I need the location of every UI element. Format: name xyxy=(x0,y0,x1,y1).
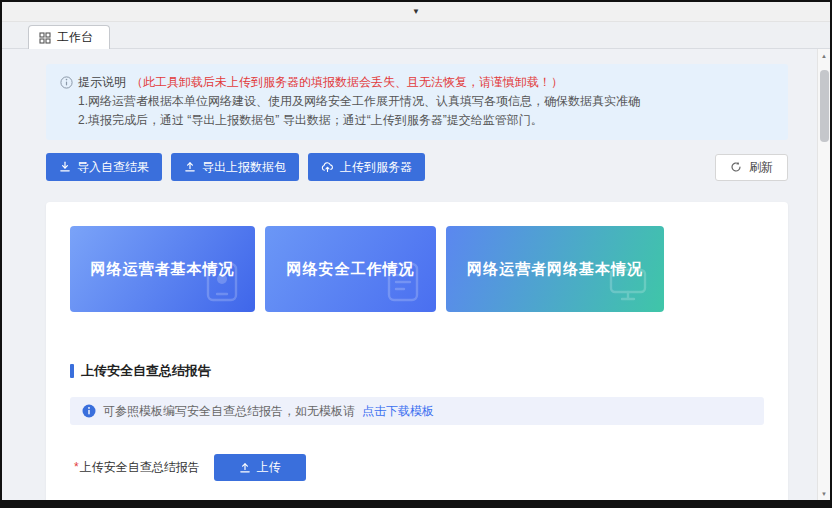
card-label: 网络运营者基本情况 xyxy=(91,260,235,279)
hint-info-icon xyxy=(82,404,96,418)
card-operator-network-info[interactable]: 网络运营者网络基本情况 xyxy=(446,226,664,312)
scroll-up-icon: ▲ xyxy=(821,53,827,59)
main-panel: 网络运营者基本情况 网络安全工作情况 网络运营者网络基本情况 上传 xyxy=(46,202,788,500)
upload-icon xyxy=(239,462,251,474)
dropdown-arrow-icon[interactable]: ▼ xyxy=(412,8,420,16)
notice-warning-text: （此工具卸载后未上传到服务器的填报数据会丢失、且无法恢复，请谨慎卸载！） xyxy=(131,73,563,92)
card-label: 网络运营者网络基本情况 xyxy=(467,260,643,279)
tab-bar: 工作台 xyxy=(2,22,830,49)
notice-box: 提示说明 （此工具卸载后未上传到服务器的填报数据会丢失、且无法恢复，请谨慎卸载！… xyxy=(46,64,788,140)
notice-title-text: 提示说明 xyxy=(78,73,126,92)
upload-field-label-text: 上传安全自查总结报告 xyxy=(80,460,200,474)
export-button-label: 导出上报数据包 xyxy=(202,159,286,176)
scroll-thumb[interactable] xyxy=(820,70,829,142)
refresh-button-label: 刷新 xyxy=(749,159,773,176)
template-hint: 可参照模板编写安全自查总结报告，如无模板请 点击下载模板 xyxy=(70,397,764,425)
app-window: ▼ 工作台 提示说明 （此工具卸载后未上传到服务器的填报数据会丢失、且无法恢复，… xyxy=(0,0,832,508)
required-mark: * xyxy=(74,460,79,474)
scroll-track[interactable] xyxy=(818,62,830,487)
cloud-upload-icon xyxy=(321,161,334,173)
hint-text: 可参照模板编写安全自查总结报告，如无模板请 xyxy=(103,403,355,420)
upload-report-row: *上传安全自查总结报告 上传 xyxy=(70,454,764,481)
card-label: 网络安全工作情况 xyxy=(287,260,415,279)
card-security-work-info[interactable]: 网络安全工作情况 xyxy=(265,226,436,312)
export-icon xyxy=(184,161,196,173)
workbench-tab-icon xyxy=(39,32,51,44)
notice-line-1: 1.网络运营者根据本单位网络建设、使用及网络安全工作展开情况、认真填写各项信息，… xyxy=(60,92,774,111)
upload-button-label: 上传 xyxy=(257,459,281,476)
workbench-content: 提示说明 （此工具卸载后未上传到服务器的填报数据会丢失、且无法恢复，请谨慎卸载！… xyxy=(2,49,830,500)
tab-workbench[interactable]: 工作台 xyxy=(28,25,110,49)
upload-to-server-button[interactable]: 上传到服务器 xyxy=(308,153,425,181)
export-package-button[interactable]: 导出上报数据包 xyxy=(171,153,299,181)
scroll-down-button[interactable]: ▼ xyxy=(818,487,831,500)
collapsed-toolbar: ▼ xyxy=(2,2,830,22)
scroll-down-icon: ▼ xyxy=(821,491,827,497)
refresh-button[interactable]: 刷新 xyxy=(715,154,788,181)
report-section-header: 上传安全自查总结报告 xyxy=(70,362,764,380)
refresh-icon xyxy=(730,161,742,173)
import-button-label: 导入自查结果 xyxy=(77,159,149,176)
vertical-scrollbar[interactable]: ▲ ▼ xyxy=(817,49,830,500)
upload-report-button[interactable]: 上传 xyxy=(214,454,306,481)
action-toolbar: 导入自查结果 导出上报数据包 上传到服务器 刷新 xyxy=(46,153,788,181)
section-accent-bar xyxy=(70,364,74,378)
notice-info-icon xyxy=(60,76,73,89)
module-card-row: 网络运营者基本情况 网络安全工作情况 网络运营者网络基本情况 xyxy=(70,226,764,312)
upload-server-button-label: 上传到服务器 xyxy=(340,159,412,176)
upload-field-label: *上传安全自查总结报告 xyxy=(74,459,200,476)
download-template-link[interactable]: 点击下载模板 xyxy=(362,403,434,420)
scroll-up-button[interactable]: ▲ xyxy=(818,49,831,62)
tab-label: 工作台 xyxy=(57,29,93,46)
card-operator-basic-info[interactable]: 网络运营者基本情况 xyxy=(70,226,255,312)
import-icon xyxy=(59,161,71,173)
import-self-check-button[interactable]: 导入自查结果 xyxy=(46,153,162,181)
notice-line-2: 2.填报完成后，通过 “导出上报数据包” 导出数据；通过“上传到服务器”提交给监… xyxy=(60,111,774,130)
section-title-text: 上传安全自查总结报告 xyxy=(81,362,211,380)
notice-title: 提示说明 （此工具卸载后未上传到服务器的填报数据会丢失、且无法恢复，请谨慎卸载！… xyxy=(60,73,774,92)
